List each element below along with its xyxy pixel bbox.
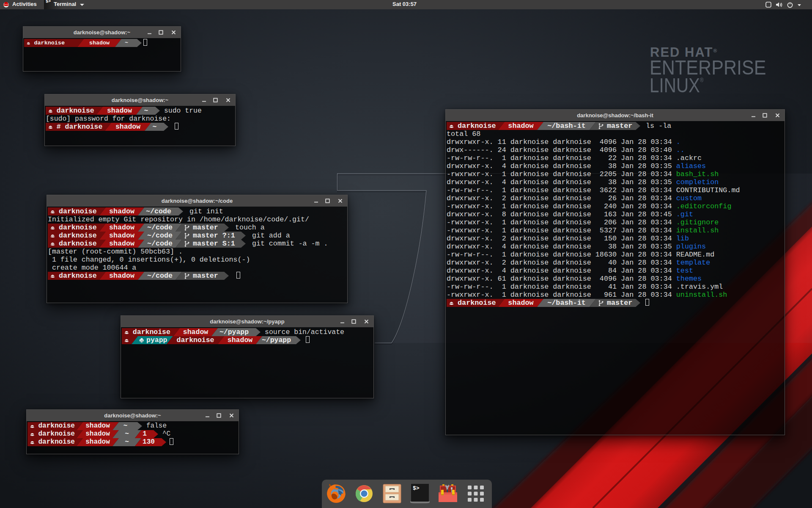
- svg-text:$>: $>: [413, 485, 420, 491]
